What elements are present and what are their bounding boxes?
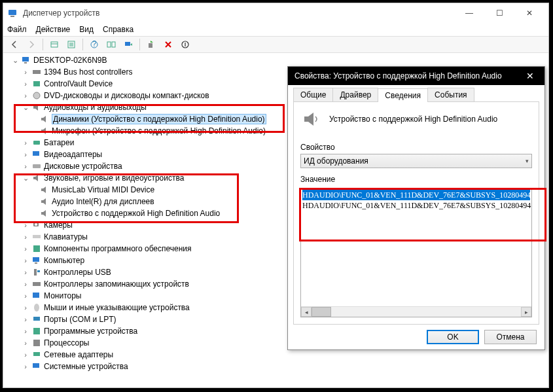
- tree-item[interactable]: ›Камеры: [7, 219, 289, 231]
- svg-rect-32: [33, 293, 39, 298]
- tree-item[interactable]: ›Процессоры: [7, 337, 289, 349]
- ok-button[interactable]: OK: [427, 330, 479, 344]
- svg-rect-17: [33, 70, 41, 74]
- tree-item[interactable]: ›Компоненты программного обеспечения: [7, 243, 289, 255]
- tree-label: DESKTOP-02K6N9B: [33, 56, 107, 65]
- tree-item[interactable]: ›Видеоадаптеры: [7, 149, 289, 160]
- close-button[interactable]: ✕: [514, 3, 544, 23]
- horizontal-scrollbar[interactable]: ◂ ▸: [301, 306, 531, 317]
- scroll-right-button[interactable]: ▸: [521, 307, 531, 317]
- back-button[interactable]: [7, 37, 22, 52]
- scroll-track[interactable]: [312, 307, 521, 317]
- svg-rect-21: [33, 151, 39, 156]
- list-item[interactable]: HDAUDIO\FUNC_01&VEN_111D&DEV_76E7&SUBSYS…: [302, 200, 530, 211]
- device-tree[interactable]: ⌄DESKTOP-02K6N9B ›1394 Bus host controll…: [7, 54, 289, 372]
- tree-item[interactable]: ›Мыши и иные указывающие устройства: [7, 302, 289, 313]
- device-name: Устройство с поддержкой High Definition …: [329, 115, 497, 124]
- svg-rect-22: [33, 164, 41, 168]
- titlebar[interactable]: Диспетчер устройств — ☐ ✕: [3, 3, 548, 23]
- menu-help[interactable]: Справка: [103, 25, 134, 34]
- menu-action[interactable]: Действие: [36, 25, 71, 34]
- tree-item-speakers[interactable]: Динамики (Устройство с поддержкой High D…: [7, 113, 289, 125]
- view-button[interactable]: [104, 37, 118, 52]
- tab-events[interactable]: События: [427, 88, 474, 101]
- tree-item[interactable]: ›Дисковые устройства: [7, 160, 289, 172]
- value-label: Значение: [300, 175, 532, 184]
- speaker-icon: [300, 109, 321, 130]
- menu-file[interactable]: Файл: [7, 25, 27, 34]
- svg-rect-31: [33, 282, 41, 286]
- disable-button[interactable]: [178, 37, 192, 52]
- svg-rect-34: [33, 317, 40, 321]
- svg-rect-26: [33, 245, 40, 252]
- tab-driver[interactable]: Драйвер: [332, 88, 378, 101]
- tree-item[interactable]: ›Компьютер: [7, 255, 289, 266]
- uninstall-button[interactable]: [161, 37, 175, 52]
- svg-rect-15: [22, 57, 29, 62]
- scan-button[interactable]: [121, 37, 135, 52]
- tree-item[interactable]: ›Программные устройства: [7, 325, 289, 337]
- svg-rect-11: [112, 42, 115, 47]
- svg-rect-25: [33, 235, 41, 238]
- svg-rect-29: [34, 269, 37, 276]
- svg-rect-27: [33, 257, 39, 262]
- forward-button[interactable]: [24, 37, 39, 52]
- tab-general[interactable]: Общие: [293, 88, 333, 101]
- svg-rect-18: [33, 81, 40, 86]
- svg-rect-30: [37, 270, 40, 272]
- window-controls: — ☐ ✕: [454, 3, 544, 23]
- tab-details[interactable]: Сведения: [378, 88, 428, 102]
- tree-item-sound[interactable]: ⌄Звуковые, игровые и видеоустройства: [7, 172, 289, 184]
- tree-item[interactable]: ›1394 Bus host controllers: [7, 66, 289, 78]
- tree-item[interactable]: ›ControlVault Device: [7, 78, 289, 90]
- svg-rect-38: [33, 363, 39, 368]
- separator: [139, 39, 140, 50]
- scroll-thumb[interactable]: [312, 307, 331, 317]
- tree-item[interactable]: ›Сетевые адаптеры: [7, 349, 289, 361]
- device-header: Устройство с поддержкой High Definition …: [300, 109, 532, 130]
- property-label: Свойство: [300, 143, 532, 152]
- properties-dialog[interactable]: Свойства: Устройство с поддержкой High D…: [287, 66, 545, 350]
- property-dropdown[interactable]: ИД оборудования ▾: [300, 154, 532, 168]
- svg-rect-13: [149, 43, 152, 48]
- speaker-icon: [39, 114, 50, 124]
- tree-item[interactable]: ›Системные устройства: [7, 361, 289, 372]
- scroll-left-button[interactable]: ◂: [301, 307, 312, 317]
- tree-item[interactable]: Аудио Intel(R) для дисплеев: [7, 196, 289, 207]
- dialog-title: Свойства: Устройство с поддержкой High D…: [294, 71, 522, 80]
- update-driver-button[interactable]: [144, 37, 158, 52]
- tree-item[interactable]: ›Батареи: [7, 137, 289, 149]
- list-item[interactable]: HDAUDIO\FUNC_01&VEN_111D&DEV_76E7&SUBSYS…: [302, 190, 530, 200]
- svg-rect-36: [33, 340, 40, 346]
- properties-button[interactable]: [64, 37, 79, 52]
- svg-rect-28: [35, 262, 37, 264]
- tree-item[interactable]: ›Мониторы: [7, 290, 289, 302]
- cancel-button[interactable]: Отмена: [484, 330, 537, 344]
- tree-item[interactable]: ›Контроллеры запоминающих устройств: [7, 278, 289, 290]
- tree-item[interactable]: ›Порты (COM и LPT): [7, 313, 289, 325]
- dialog-buttons: OK Отмена: [293, 325, 539, 344]
- tree-item-microphone[interactable]: Микрофон (Устройство с поддержкой High D…: [7, 125, 289, 137]
- tree-item-audio-io[interactable]: ⌄Аудиовходы и аудиовыходы: [7, 101, 289, 113]
- svg-rect-10: [107, 42, 111, 47]
- menubar: Файл Действие Вид Справка: [3, 23, 548, 36]
- menu-view[interactable]: Вид: [79, 25, 94, 34]
- tree-item[interactable]: MusicLab Virtual MIDI Device: [7, 184, 289, 196]
- value-listbox[interactable]: HDAUDIO\FUNC_01&VEN_111D&DEV_76E7&SUBSYS…: [300, 188, 532, 317]
- dialog-close-button[interactable]: ✕: [522, 71, 538, 81]
- dialog-titlebar[interactable]: Свойства: Устройство с поддержкой High D…: [288, 67, 544, 85]
- tree-item-hd-audio[interactable]: Устройство с поддержкой High Definition …: [7, 207, 289, 219]
- svg-rect-1: [10, 16, 14, 17]
- toolbar: ?: [3, 36, 548, 53]
- speaker-icon: [31, 173, 42, 183]
- chevron-down-icon: ▾: [526, 158, 529, 164]
- tree-item[interactable]: ›Контроллеры USB: [7, 266, 289, 278]
- tree-item[interactable]: ›Клавиатуры: [7, 231, 289, 243]
- tree-root[interactable]: ⌄DESKTOP-02K6N9B: [7, 54, 289, 66]
- help-button[interactable]: ?: [87, 37, 101, 52]
- show-hidden-button[interactable]: [47, 37, 62, 52]
- minimize-button[interactable]: —: [454, 3, 484, 23]
- tree-item[interactable]: ›DVD-дисководы и дисководы компакт-диско…: [7, 90, 289, 101]
- separator: [43, 39, 43, 50]
- maximize-button[interactable]: ☐: [484, 3, 514, 23]
